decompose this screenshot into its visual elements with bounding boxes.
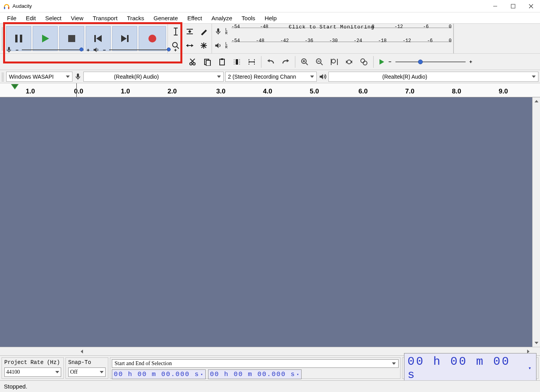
menu-effect[interactable]: Effect <box>183 14 207 22</box>
selection-start-time[interactable]: 00 h 00 m 00.000 s▾ <box>112 369 206 379</box>
recording-device-combo[interactable]: (Realtek(R) Audio) <box>83 72 224 82</box>
menu-select[interactable]: Select <box>41 14 66 22</box>
playback-speed-slider[interactable] <box>395 58 466 66</box>
svg-rect-7 <box>20 35 22 42</box>
fit-selection-button[interactable] <box>327 55 341 69</box>
chevron-down-icon <box>55 371 59 373</box>
chevron-down-icon <box>100 371 104 373</box>
svg-point-60 <box>347 60 351 64</box>
close-button[interactable] <box>522 0 540 12</box>
zoom-out-button[interactable] <box>312 55 326 69</box>
paste-button[interactable] <box>215 55 229 69</box>
timeline-ruler[interactable]: 1.0 0.0 1.0 2.0 3.0 4.0 5.0 6.0 7.0 8.0 … <box>0 83 540 97</box>
svg-rect-42 <box>236 59 238 65</box>
selection-mode-combo[interactable]: Start and End of Selection <box>112 359 399 368</box>
chevron-down-icon <box>310 76 314 78</box>
svg-marker-48 <box>267 59 270 62</box>
menu-edit[interactable]: Edit <box>21 14 41 22</box>
draw-tool-button[interactable] <box>197 25 211 39</box>
fit-project-button[interactable] <box>342 55 356 69</box>
svg-marker-74 <box>81 350 83 353</box>
zoom-toggle-button[interactable] <box>357 55 371 69</box>
svg-point-57 <box>332 59 335 63</box>
svg-marker-16 <box>94 47 97 52</box>
rec-vol-plus: + <box>86 47 90 53</box>
edit-toolbar-row: − + <box>0 54 540 70</box>
timeshift-tool-button[interactable] <box>183 39 197 53</box>
svg-line-37 <box>190 59 194 63</box>
statusbar: Stopped. <box>0 380 540 392</box>
audio-host-combo[interactable]: Windows WASAPI <box>6 72 72 82</box>
playback-volume-slider[interactable] <box>109 49 171 51</box>
maximize-button[interactable] <box>504 0 522 12</box>
svg-line-36 <box>191 59 195 63</box>
audio-position-time[interactable]: 00 h 00 m 00 s▾ <box>404 353 536 383</box>
menu-tools[interactable]: Tools <box>237 14 260 22</box>
scroll-up-icon[interactable] <box>533 97 540 105</box>
mic-meter-icon[interactable] <box>214 27 223 36</box>
snap-to-combo[interactable]: Off <box>68 367 106 377</box>
silence-button[interactable] <box>245 55 259 69</box>
playback-meter[interactable]: -54 -48 -42 -36 -30 -24 -18 -12 -6 0 <box>231 42 452 49</box>
snap-to-panel: Snap-To Off <box>65 357 108 379</box>
svg-marker-70 <box>320 74 323 79</box>
window-title: Audacity <box>12 3 32 9</box>
audio-position-panel: 00 h 00 m 00 s▾ <box>402 357 538 379</box>
svg-marker-8 <box>42 35 49 42</box>
menu-tracks[interactable]: Tracks <box>122 14 149 22</box>
play-at-speed-button[interactable] <box>376 56 388 68</box>
svg-marker-65 <box>379 59 384 65</box>
trim-button[interactable] <box>230 55 244 69</box>
recording-volume-slider[interactable] <box>22 49 84 51</box>
speed-plus: + <box>469 59 473 65</box>
vertical-scrollbar[interactable] <box>532 97 540 347</box>
svg-marker-33 <box>215 43 219 48</box>
menu-generate[interactable]: Generate <box>149 14 183 22</box>
svg-point-64 <box>363 61 367 65</box>
cursor-line <box>76 83 77 97</box>
copy-button[interactable] <box>200 55 214 69</box>
svg-marker-49 <box>287 59 289 62</box>
device-grip[interactable] <box>2 72 4 81</box>
recording-meter[interactable]: LR -54 -48 - 8 -12 -6 0 Click to Start M… <box>212 24 454 53</box>
cut-button[interactable] <box>185 55 199 69</box>
scroll-left-icon[interactable] <box>78 350 86 353</box>
svg-line-55 <box>321 63 323 65</box>
rec-meter-hint[interactable]: Click to Start Monitoring <box>289 24 374 30</box>
toolbar-grip[interactable] <box>2 27 4 50</box>
menu-help[interactable]: Help <box>260 14 281 22</box>
multi-tool-button[interactable] <box>197 39 211 53</box>
svg-rect-1 <box>8 7 9 9</box>
track-area[interactable] <box>0 97 532 347</box>
main-toolbar-row: − + − + LR -54 <box>0 23 540 54</box>
svg-point-63 <box>361 59 365 63</box>
svg-marker-77 <box>100 371 104 373</box>
menu-view[interactable]: View <box>66 14 88 22</box>
volume-sliders: − + − + <box>5 46 177 54</box>
selection-tool-button[interactable] <box>169 25 183 39</box>
chevron-down-icon <box>392 362 396 365</box>
zoom-in-button[interactable] <box>298 55 312 69</box>
play-meter-lr: LR <box>225 42 228 49</box>
menu-file[interactable]: File <box>2 14 21 22</box>
menu-analyze[interactable]: Analyze <box>207 14 237 22</box>
recording-channels-combo[interactable]: 2 (Stereo) Recording Chann <box>225 72 317 82</box>
envelope-tool-button[interactable] <box>183 25 197 39</box>
svg-rect-0 <box>4 7 5 9</box>
minimize-button[interactable] <box>486 0 504 12</box>
redo-button[interactable] <box>279 55 293 69</box>
scroll-down-icon[interactable] <box>533 339 540 347</box>
svg-rect-3 <box>511 4 515 8</box>
menu-transport[interactable]: Transport <box>88 14 122 22</box>
svg-point-34 <box>190 63 192 65</box>
svg-marker-78 <box>392 362 396 365</box>
playhead-marker[interactable] <box>11 84 19 90</box>
titlebar: Audacity <box>0 0 540 12</box>
project-rate-combo[interactable]: 44100 <box>4 367 61 377</box>
speaker-meter-icon[interactable] <box>214 41 223 50</box>
svg-rect-10 <box>94 35 96 42</box>
selection-end-time[interactable]: 00 h 00 m 00.000 s▾ <box>208 369 302 379</box>
undo-button[interactable] <box>264 55 278 69</box>
playback-device-combo[interactable]: (Realtek(R) Audio) <box>328 72 538 82</box>
menubar: File Edit Select View Transport Tracks G… <box>0 12 540 23</box>
